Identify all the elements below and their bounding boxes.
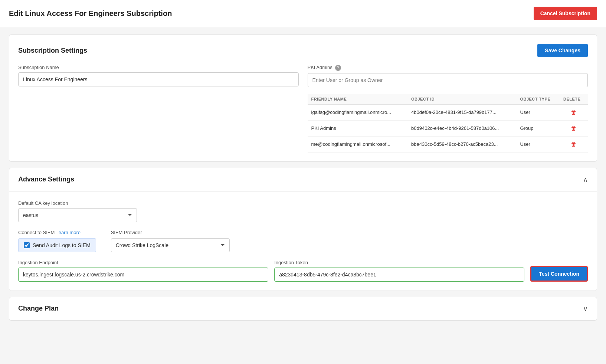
advance-settings-body: Default CA key location eastuswestuseast…: [9, 191, 597, 291]
subscription-name-input[interactable]: [18, 72, 299, 86]
delete-row-icon[interactable]: 🗑: [571, 125, 577, 131]
subscription-settings-header: Subscription Settings Save Changes: [18, 44, 588, 57]
siem-provider-select[interactable]: Crowd Strike LogScaleSplunkElastic: [111, 238, 230, 252]
col-object-id: OBJECT ID: [407, 94, 516, 105]
subscription-settings-title: Subscription Settings: [18, 47, 87, 55]
col-friendly-name: FRIENDLY NAME: [308, 94, 408, 105]
cell-delete: 🗑: [560, 136, 588, 152]
pki-admins-help-icon[interactable]: ?: [335, 65, 341, 71]
pki-admins-input[interactable]: [308, 73, 588, 87]
pki-admins-label: PKI Admins ?: [308, 65, 588, 71]
col-object-type: OBJECT TYPE: [516, 94, 560, 105]
subscription-settings-grid: Subscription Name PKI Admins ? FRIENDLY …: [18, 65, 588, 153]
advance-settings-header[interactable]: Advance Settings ∧: [9, 168, 597, 191]
ingestion-row: Ingestion Endpoint Ingestion Token Test …: [18, 260, 588, 282]
cell-object-type: User: [516, 136, 560, 152]
change-plan-chevron-icon: ∨: [583, 305, 588, 313]
siem-learn-more-link[interactable]: learn more: [58, 230, 81, 235]
siem-connect-col: Connect to SIEM learn more Send Audit Lo…: [18, 230, 96, 252]
ingestion-endpoint-input[interactable]: [18, 268, 268, 282]
table-row: igalfsg@codingflamingmail.onmicro... 4b0…: [308, 104, 588, 120]
subscription-name-group: Subscription Name: [18, 65, 299, 153]
siem-checkbox-row: Send Audit Logs to SIEM: [18, 238, 96, 252]
siem-checkbox[interactable]: [24, 242, 30, 248]
page-header: Edit Linux Access For Engineers Subscrip…: [0, 0, 606, 27]
page-title: Edit Linux Access For Engineers Subscrip…: [9, 9, 172, 18]
delete-row-icon[interactable]: 🗑: [571, 141, 577, 147]
cell-object-id: b0d9402c-e4ec-4b4d-9261-587d0a106...: [407, 120, 516, 136]
advance-settings-card: Advance Settings ∧ Default CA key locati…: [9, 168, 597, 291]
change-plan-header[interactable]: Change Plan ∨: [9, 297, 597, 320]
ingestion-endpoint-group: Ingestion Endpoint: [18, 260, 268, 282]
ca-key-location-group: Default CA key location eastuswestuseast…: [18, 200, 588, 222]
cell-object-type: User: [516, 104, 560, 120]
cell-friendly-name: PKI Admins: [308, 120, 408, 136]
siem-provider-col: SIEM Provider Crowd Strike LogScaleSplun…: [111, 230, 230, 252]
siem-connect-label: Connect to SIEM learn more: [18, 230, 96, 235]
admins-table-header-row: FRIENDLY NAME OBJECT ID OBJECT TYPE DELE…: [308, 94, 588, 105]
siem-row: Connect to SIEM learn more Send Audit Lo…: [18, 230, 588, 252]
cell-object-id: bba430cc-5d59-48cc-b270-ac5beca23...: [407, 136, 516, 152]
change-plan-title: Change Plan: [18, 305, 59, 312]
ingestion-token-label: Ingestion Token: [274, 260, 524, 265]
cell-object-type: Group: [516, 120, 560, 136]
save-changes-button[interactable]: Save Changes: [537, 44, 588, 57]
main-content: Subscription Settings Save Changes Subsc…: [0, 27, 606, 328]
pki-admins-group: PKI Admins ? FRIENDLY NAME OBJECT ID OBJ…: [308, 65, 588, 153]
advance-settings-title: Advance Settings: [18, 176, 74, 183]
siem-checkbox-label: Send Audit Logs to SIEM: [33, 242, 91, 248]
ca-key-location-label: Default CA key location: [18, 200, 588, 206]
cell-object-id: 4b0def0a-20ce-4831-9f15-da799b177...: [407, 104, 516, 120]
change-plan-card: Change Plan ∨: [9, 297, 597, 321]
ingestion-token-group: Ingestion Token: [274, 260, 524, 282]
col-delete: DELETE: [560, 94, 588, 105]
test-connection-button[interactable]: Test Connection: [530, 266, 588, 282]
table-row: me@codingflamingmail.onmicrosof... bba43…: [308, 136, 588, 152]
table-row: PKI Admins b0d9402c-e4ec-4b4d-9261-587d0…: [308, 120, 588, 136]
ca-key-location-select[interactable]: eastuswestuseastus2westus2: [18, 208, 137, 222]
admins-table: FRIENDLY NAME OBJECT ID OBJECT TYPE DELE…: [308, 94, 588, 153]
subscription-name-label: Subscription Name: [18, 65, 299, 70]
cell-friendly-name: igalfsg@codingflamingmail.onmicro...: [308, 104, 408, 120]
cell-friendly-name: me@codingflamingmail.onmicrosof...: [308, 136, 408, 152]
subscription-settings-card: Subscription Settings Save Changes Subsc…: [9, 35, 597, 162]
ingestion-endpoint-label: Ingestion Endpoint: [18, 260, 268, 265]
siem-provider-label: SIEM Provider: [111, 230, 230, 235]
cell-delete: 🗑: [560, 120, 588, 136]
ingestion-token-input[interactable]: [274, 268, 524, 282]
cancel-subscription-button[interactable]: Cancel Subscription: [534, 7, 597, 20]
delete-row-icon[interactable]: 🗑: [571, 109, 577, 115]
advance-settings-chevron-icon: ∧: [583, 176, 588, 184]
cell-delete: 🗑: [560, 104, 588, 120]
